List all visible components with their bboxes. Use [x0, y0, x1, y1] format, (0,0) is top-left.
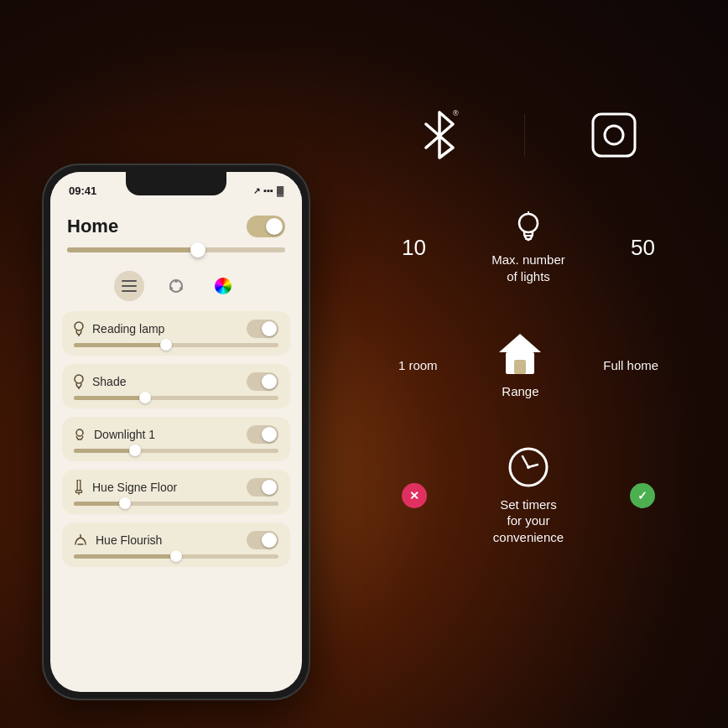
timer-label: Set timers for your convenience: [493, 497, 564, 546]
light-name-4: Hue Signe Floor: [92, 481, 177, 494]
bluetooth-icon: ®: [418, 109, 461, 161]
range-left-label: 1 room: [398, 358, 438, 372]
svg-point-18: [174, 279, 178, 283]
lamp-icon-5: [74, 534, 87, 546]
toggle-4[interactable]: [247, 478, 278, 497]
range-center: Range: [496, 330, 544, 400]
toggle-knob-5: [262, 533, 277, 548]
slider-4[interactable]: [74, 502, 278, 506]
svg-point-25: [76, 429, 83, 436]
slider-5[interactable]: [74, 554, 278, 559]
max-lights-center: Max. number of lights: [491, 211, 565, 284]
svg-point-21: [75, 322, 83, 330]
status-icons: ↗ ▪▪▪ ▓: [253, 185, 283, 195]
slider-2[interactable]: [74, 396, 278, 400]
svg-point-13: [527, 465, 530, 469]
svg-marker-7: [499, 334, 541, 352]
slider-fill-3: [74, 449, 135, 453]
light-item-downlight: Downlight 1: [62, 417, 290, 461]
toggle-1[interactable]: [247, 320, 278, 338]
app-header: Home: [50, 209, 302, 247]
range-row: 1 room Range Full home: [352, 330, 705, 400]
svg-rect-9: [514, 360, 526, 374]
features-panel: ® 10 Max. number of light: [352, 84, 705, 671]
light-item-shade: Shade: [62, 364, 290, 408]
tab-bar: [50, 264, 302, 311]
light-list: Reading lamp: [50, 311, 302, 575]
toggle-knob-1: [262, 321, 277, 336]
tab-color[interactable]: [208, 271, 238, 301]
toggle-5[interactable]: [247, 531, 278, 549]
timer-center: Set timers for your convenience: [493, 446, 564, 546]
lamp-icon-2: [74, 374, 84, 389]
brightness-fill: [67, 247, 198, 252]
light-item-flourish: Hue Flourish: [62, 523, 290, 567]
slider-fill-1: [74, 343, 166, 347]
phone-mockup: 09:41 ↗ ▪▪▪ ▓ Home: [42, 164, 310, 700]
brightness-knob: [190, 242, 205, 257]
slider-1[interactable]: [74, 343, 278, 347]
phone-screen: 09:41 ↗ ▪▪▪ ▓ Home: [50, 172, 302, 692]
light-name-1: Reading lamp: [92, 322, 164, 335]
max-lights-row: 10 Max. number of lights 50: [352, 211, 705, 284]
list-icon: [121, 278, 138, 294]
light-name-5: Hue Flourish: [96, 533, 162, 547]
bluetooth-feature: ®: [418, 109, 461, 161]
slider-knob-5: [170, 550, 182, 562]
slider-knob-2: [139, 392, 151, 403]
max-lights-label: Max. number of lights: [491, 252, 565, 284]
range-center-label: Range: [502, 383, 538, 400]
hub-feature: [588, 109, 640, 161]
light-name-2: Shade: [92, 375, 126, 388]
light-item-reading-lamp: Reading lamp: [62, 311, 290, 356]
svg-rect-1: [593, 114, 635, 156]
signal-icon: ▪▪▪: [263, 185, 273, 195]
check-icon: ✓: [630, 483, 655, 508]
timer-row: ✕ Set timers for your convenience ✓: [352, 446, 705, 546]
tab-scenes[interactable]: [161, 271, 191, 301]
divider: [524, 114, 525, 156]
svg-rect-26: [77, 480, 81, 491]
clock-icon: [507, 446, 549, 488]
color-wheel-icon: [215, 278, 231, 294]
slider-3[interactable]: [74, 449, 278, 453]
home-toggle[interactable]: [247, 216, 285, 237]
slider-knob-1: [160, 339, 172, 351]
slider-fill-2: [74, 396, 145, 400]
hub-icon: [588, 109, 640, 161]
toggle-knob: [266, 218, 283, 235]
svg-line-11: [523, 456, 528, 467]
toggle-2[interactable]: [247, 372, 278, 391]
house-icon: [496, 330, 544, 377]
brightness-slider[interactable]: [67, 247, 285, 252]
svg-point-20: [169, 287, 173, 290]
svg-point-19: [179, 287, 183, 290]
svg-point-2: [605, 126, 623, 144]
toggle-3[interactable]: [247, 425, 278, 444]
location-icon: ↗: [253, 186, 260, 195]
light-name-3: Downlight 1: [94, 428, 155, 441]
light-item-signe: Hue Signe Floor: [62, 470, 290, 514]
svg-point-23: [75, 375, 83, 383]
phone-notch: [126, 172, 226, 195]
tab-list[interactable]: [114, 271, 144, 301]
slider-fill-4: [74, 502, 125, 506]
top-icons-row: ®: [352, 109, 705, 161]
battery-icon: ▓: [277, 185, 283, 195]
lamp-icon-4: [74, 480, 84, 495]
range-right-label: Full home: [603, 358, 658, 372]
slider-knob-4: [119, 497, 131, 509]
slider-fill-5: [74, 554, 176, 559]
lights-min-number: 10: [402, 235, 426, 261]
lights-max-number: 50: [631, 235, 655, 261]
lamp-icon-3: [74, 429, 86, 440]
svg-text:®: ®: [453, 109, 459, 117]
scenes-icon: [167, 277, 185, 295]
status-time: 09:41: [69, 185, 96, 197]
cross-icon: ✕: [402, 483, 427, 508]
bulb-icon: [515, 211, 542, 243]
svg-point-3: [519, 214, 538, 232]
slider-knob-3: [129, 445, 141, 456]
toggle-knob-3: [262, 427, 277, 442]
lamp-icon-1: [74, 321, 84, 336]
